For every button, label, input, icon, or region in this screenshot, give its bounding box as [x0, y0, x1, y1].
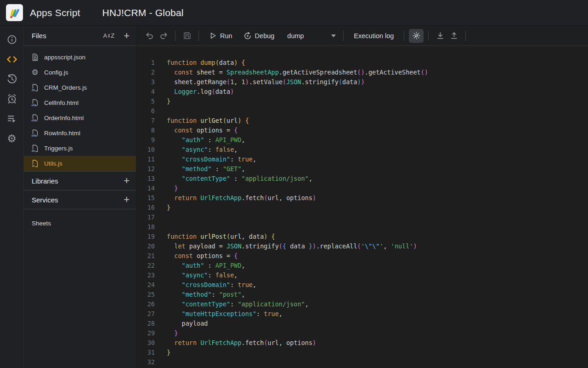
- add-service-button[interactable]: +: [124, 195, 130, 205]
- function-selector[interactable]: dump: [284, 32, 339, 40]
- code-line[interactable]: 22 "auth" : API_PWD,: [136, 261, 588, 270]
- debug-icon: [243, 32, 252, 40]
- redo-button[interactable]: [157, 29, 170, 43]
- gear-icon: ⚙: [31, 69, 38, 76]
- code-line[interactable]: 7function urlGet(url) {: [136, 116, 588, 126]
- code-line[interactable]: 27 "muteHttpExceptions": true,: [136, 309, 588, 319]
- save-icon: [182, 31, 192, 40]
- code-text: "contentType": "application/json",: [167, 299, 309, 309]
- code-line[interactable]: 9 "auth" : API_PWD,: [136, 135, 588, 145]
- libraries-label: Libraries: [32, 177, 124, 185]
- file-list: appsscript.json⚙Config.jsJSCRM_Orders.js…: [24, 46, 136, 171]
- run-button[interactable]: Run: [204, 32, 238, 40]
- code-line[interactable]: 19function urlPost(url, data) {: [136, 232, 588, 242]
- theme-toggle-button[interactable]: [409, 29, 424, 43]
- code-line[interactable]: 1function dump(data) {: [136, 58, 588, 68]
- debug-button[interactable]: Debug: [238, 32, 280, 40]
- line-number: 5: [136, 97, 155, 106]
- code-line[interactable]: 18: [136, 222, 588, 232]
- file-item[interactable]: HTMLRowInfo.html: [24, 126, 136, 141]
- code-line[interactable]: 21 const options = {: [136, 251, 588, 261]
- code-line[interactable]: 6: [136, 106, 588, 116]
- html-file-icon: HTML: [31, 129, 39, 138]
- code-line[interactable]: 10 "async": false,: [136, 145, 588, 155]
- code-text: }: [167, 203, 170, 213]
- code-line[interactable]: 24 "crossDomain": true,: [136, 280, 588, 290]
- toolbar-divider: [465, 31, 466, 41]
- code-line[interactable]: 5}: [136, 97, 588, 106]
- chevron-down-icon: [331, 34, 336, 37]
- code-line[interactable]: 2 const sheet = SpreadsheetApp.getActive…: [136, 68, 588, 77]
- code-line[interactable]: 11 "crossDomain": true,: [136, 155, 588, 164]
- code-line[interactable]: 20 let payload = JSON.stringify({ data }…: [136, 242, 588, 251]
- file-label: Utils.js: [44, 160, 62, 167]
- code-line[interactable]: 29 }: [136, 328, 588, 338]
- code-line[interactable]: 14 }: [136, 184, 588, 193]
- file-item[interactable]: JSCRM_Orders.js: [24, 80, 136, 95]
- code-line[interactable]: 3 sheet.getRange(1, 1).setValue(JSON.str…: [136, 77, 588, 87]
- execution-log-button[interactable]: Execution log: [348, 32, 399, 40]
- line-number: 24: [136, 280, 155, 290]
- code-editor[interactable]: 1function dump(data) {2 const sheet = Sp…: [136, 46, 588, 368]
- code-line[interactable]: 15 return UrlFetchApp.fetch(url, options…: [136, 193, 588, 203]
- line-number: 28: [136, 319, 155, 328]
- code-line[interactable]: 30 return UrlFetchApp.fetch(url, options…: [136, 338, 588, 348]
- line-number: 16: [136, 203, 155, 213]
- file-item[interactable]: HTMLOrderInfo.html: [24, 110, 136, 126]
- app-name[interactable]: Apps Script: [30, 7, 80, 18]
- overview-button[interactable]: [6, 34, 18, 46]
- apps-script-logo-icon[interactable]: [6, 4, 23, 21]
- toolbar-divider: [428, 31, 429, 41]
- upload-button[interactable]: [447, 29, 461, 43]
- download-button[interactable]: [433, 29, 447, 43]
- line-number: 1: [136, 58, 155, 68]
- file-item[interactable]: JSUtils.js: [24, 156, 136, 171]
- code-line[interactable]: 13 "contentType" : "application/json",: [136, 174, 588, 184]
- project-history-button[interactable]: [6, 73, 18, 85]
- code-line[interactable]: 16}: [136, 203, 588, 213]
- code-line[interactable]: 28 payload: [136, 319, 588, 328]
- code-line[interactable]: 4 Logger.log(data): [136, 87, 588, 97]
- code-line[interactable]: 23 "async": false,: [136, 270, 588, 280]
- code-text: const options = {: [167, 126, 237, 135]
- triggers-button[interactable]: [6, 93, 18, 105]
- add-library-button[interactable]: +: [124, 176, 130, 186]
- code-line[interactable]: 26 "contentType": "application/json",: [136, 299, 588, 309]
- execution-log-label: Execution log: [354, 32, 394, 40]
- code-line[interactable]: 32: [136, 357, 588, 367]
- download-icon: [436, 31, 445, 40]
- code-line[interactable]: 8 const options = {: [136, 126, 588, 135]
- editor-button[interactable]: [6, 53, 18, 65]
- file-item[interactable]: HTMLCellInfo.html: [24, 95, 136, 110]
- code-text: sheet.getRange(1, 1).setValue(JSON.strin…: [167, 77, 365, 87]
- line-number: 29: [136, 328, 155, 338]
- project-title[interactable]: HNJ!CRM - Global: [102, 7, 184, 18]
- file-item[interactable]: appsscript.json: [24, 50, 136, 65]
- code-line[interactable]: 25 "method": "post",: [136, 290, 588, 299]
- project-settings-button[interactable]: ⚙: [6, 132, 18, 144]
- add-file-button[interactable]: +: [124, 31, 130, 41]
- code-line[interactable]: 12 "method" : "GET",: [136, 164, 588, 174]
- sort-arrows-icon: ▲▼: [107, 34, 110, 38]
- libraries-section-header: Libraries +: [24, 171, 136, 190]
- info-icon: [6, 34, 17, 45]
- service-item[interactable]: Sheets: [24, 216, 136, 231]
- line-number: 31: [136, 348, 155, 357]
- save-button[interactable]: [180, 29, 194, 43]
- html-file-icon: HTML: [31, 99, 39, 107]
- code-line[interactable]: 31}: [136, 348, 588, 357]
- code-line[interactable]: 17: [136, 213, 588, 222]
- svg-text:HTML: HTML: [31, 104, 37, 106]
- services-label: Services: [32, 196, 124, 204]
- sort-files-button[interactable]: A ▲▼ Z: [103, 32, 115, 39]
- files-panel-header: Files A ▲▼ Z +: [24, 26, 136, 46]
- file-item[interactable]: ⚙Config.js: [24, 65, 136, 80]
- files-panel-title: Files: [32, 32, 103, 40]
- undo-button[interactable]: [143, 29, 157, 43]
- code-lines: 1function dump(data) {2 const sheet = Sp…: [136, 58, 588, 367]
- executions-button[interactable]: [6, 113, 18, 125]
- line-number: 26: [136, 299, 155, 309]
- file-item[interactable]: JSTriggers.js: [24, 141, 136, 156]
- gear-icon: ⚙: [7, 133, 17, 144]
- code-text: }: [167, 348, 170, 357]
